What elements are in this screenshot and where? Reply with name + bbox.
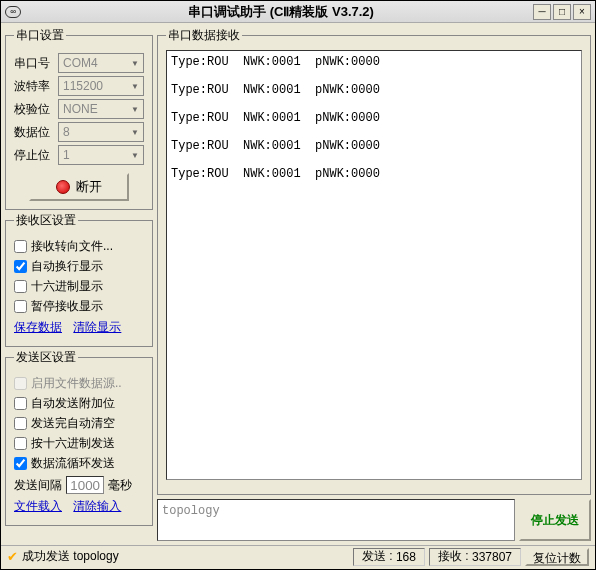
stopbits-label: 停止位 (14, 147, 54, 164)
pause-recv-checkbox[interactable] (14, 300, 27, 313)
recv-to-file-label: 接收转向文件... (31, 238, 113, 255)
hex-display-checkbox[interactable] (14, 280, 27, 293)
recv-area-legend: 串口数据接收 (166, 27, 242, 44)
maximize-button[interactable]: □ (553, 4, 571, 20)
recv-to-file-checkbox[interactable] (14, 240, 27, 253)
databits-label: 数据位 (14, 124, 54, 141)
interval-label: 发送间隔 (14, 477, 62, 494)
file-load-link[interactable]: 文件载入 (14, 499, 62, 513)
parity-select[interactable]: NONE▼ (58, 99, 144, 119)
auto-append-checkbox[interactable] (14, 397, 27, 410)
send-settings-group: 发送区设置 启用文件数据源.. 自动发送附加位 发送完自动清空 按十六进制发送 … (5, 349, 153, 526)
port-select[interactable]: COM4▼ (58, 53, 144, 73)
status-icon: ✔ (7, 549, 18, 564)
stopbits-select[interactable]: 1▼ (58, 145, 144, 165)
disconnect-button[interactable]: 断开 (29, 173, 129, 201)
recv-settings-legend: 接收区设置 (14, 212, 78, 229)
status-text: 成功发送 topology (22, 548, 349, 565)
databits-select[interactable]: 8▼ (58, 122, 144, 142)
file-source-label: 启用文件数据源.. (31, 375, 122, 392)
save-data-link[interactable]: 保存数据 (14, 320, 62, 334)
titlebar: ∞ 串口调试助手 (CⅡ精装版 V3.7.2) ─ □ × (1, 1, 595, 23)
window-title: 串口调试助手 (CⅡ精装版 V3.7.2) (29, 3, 533, 21)
reset-counter-button[interactable]: 复位计数 (525, 548, 589, 566)
interval-input[interactable] (66, 476, 104, 494)
chevron-down-icon: ▼ (131, 59, 139, 68)
recv-textarea[interactable]: Type:ROU NWK:0001 pNWK:0000 Type:ROU NWK… (166, 50, 582, 480)
recv-area-group: 串口数据接收 Type:ROU NWK:0001 pNWK:0000 Type:… (157, 27, 591, 495)
disconnect-label: 断开 (76, 178, 102, 196)
file-source-checkbox (14, 377, 27, 390)
app-window: ∞ 串口调试助手 (CⅡ精装版 V3.7.2) ─ □ × 串口设置 串口号 C… (0, 0, 596, 570)
chevron-down-icon: ▼ (131, 82, 139, 91)
port-label: 串口号 (14, 55, 54, 72)
pause-recv-label: 暂停接收显示 (31, 298, 103, 315)
chevron-down-icon: ▼ (131, 105, 139, 114)
port-settings-group: 串口设置 串口号 COM4▼ 波特率 115200▼ 校验位 NONE▼ 数据位… (5, 27, 153, 210)
app-icon: ∞ (5, 6, 21, 18)
clear-display-link[interactable]: 清除显示 (73, 320, 121, 334)
recv-settings-group: 接收区设置 接收转向文件... 自动换行显示 十六进制显示 暂停接收显示 保存数… (5, 212, 153, 347)
baud-select[interactable]: 115200▼ (58, 76, 144, 96)
rx-counter: 接收 : 337807 (429, 548, 521, 566)
auto-wrap-label: 自动换行显示 (31, 258, 103, 275)
port-settings-legend: 串口设置 (14, 27, 66, 44)
interval-unit: 毫秒 (108, 477, 132, 494)
tx-counter: 发送 : 168 (353, 548, 425, 566)
loop-send-label: 数据流循环发送 (31, 455, 115, 472)
send-settings-legend: 发送区设置 (14, 349, 78, 366)
chevron-down-icon: ▼ (131, 151, 139, 160)
loop-send-checkbox[interactable] (14, 457, 27, 470)
auto-append-label: 自动发送附加位 (31, 395, 115, 412)
hex-display-label: 十六进制显示 (31, 278, 103, 295)
chevron-down-icon: ▼ (131, 128, 139, 137)
auto-wrap-checkbox[interactable] (14, 260, 27, 273)
statusbar: ✔ 成功发送 topology 发送 : 168 接收 : 337807 复位计… (1, 545, 595, 567)
clear-input-link[interactable]: 清除输入 (73, 499, 121, 513)
send-input[interactable]: topology (157, 499, 515, 541)
parity-label: 校验位 (14, 101, 54, 118)
send-button[interactable]: 停止发送 (519, 499, 591, 541)
baud-label: 波特率 (14, 78, 54, 95)
auto-clear-checkbox[interactable] (14, 417, 27, 430)
auto-clear-label: 发送完自动清空 (31, 415, 115, 432)
hex-send-checkbox[interactable] (14, 437, 27, 450)
minimize-button[interactable]: ─ (533, 4, 551, 20)
close-button[interactable]: × (573, 4, 591, 20)
connection-indicator-icon (56, 180, 70, 194)
hex-send-label: 按十六进制发送 (31, 435, 115, 452)
